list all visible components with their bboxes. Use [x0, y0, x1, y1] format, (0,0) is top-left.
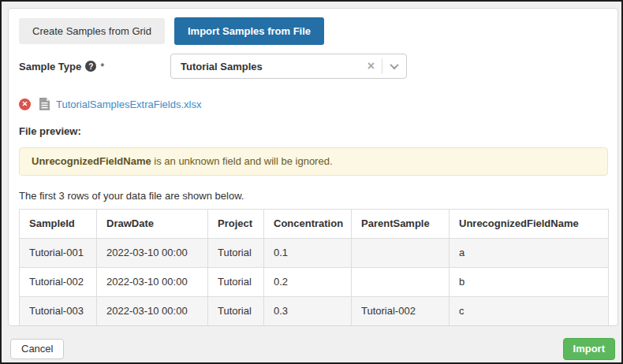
table-row: Tutorial-001 2022-03-10 00:00 Tutorial 0…: [20, 239, 609, 268]
import-samples-panel: Create Samples from Grid Import Samples …: [8, 8, 618, 326]
sample-type-row: Sample Type ? * Tutorial Samples ×: [19, 54, 607, 79]
table-cell: a: [450, 239, 609, 268]
help-icon[interactable]: ?: [85, 61, 96, 72]
cancel-button[interactable]: Cancel: [10, 339, 64, 359]
table-cell: Tutorial: [208, 268, 264, 297]
column-header: ParentSample: [352, 210, 450, 239]
table-cell: Tutorial-001: [20, 239, 97, 268]
clear-selection-icon[interactable]: ×: [360, 60, 382, 72]
table-cell: Tutorial: [208, 239, 264, 268]
file-preview-heading: File preview:: [19, 125, 607, 137]
uploaded-file-link[interactable]: TutorialSamplesExtraFields.xlsx: [56, 98, 201, 110]
warning-field-name: UnrecognizedFieldName: [32, 155, 151, 167]
column-header: UnrecognizedFieldName: [450, 210, 609, 239]
column-header: DrawDate: [97, 210, 208, 239]
chevron-down-icon: [390, 61, 398, 69]
warning-message: is an unknown field and will be ignored.: [151, 155, 333, 167]
column-header: Concentration: [264, 210, 352, 239]
sample-type-select[interactable]: Tutorial Samples ×: [170, 54, 407, 79]
table-row: Tutorial-003 2022-03-10 00:00 Tutorial 0…: [20, 297, 609, 326]
table-cell: [352, 239, 450, 268]
table-cell: 2022-03-10 00:00: [97, 239, 208, 268]
table-cell: 0.3: [264, 297, 352, 326]
sample-type-label: Sample Type ? *: [19, 61, 170, 72]
rows-shown-note: The first 3 rows of your data file are s…: [19, 190, 607, 202]
column-header: SampleId: [20, 210, 97, 239]
mode-tabs: Create Samples from Grid Import Samples …: [19, 17, 607, 45]
table-cell: Tutorial-002: [352, 297, 450, 326]
import-button[interactable]: Import: [563, 338, 615, 360]
table-cell: [352, 268, 450, 297]
sample-type-selected-value: Tutorial Samples: [171, 61, 360, 72]
table-cell: 0.1: [264, 239, 352, 268]
table-cell: Tutorial-003: [20, 297, 97, 326]
import-samples-window: Create Samples from Grid Import Samples …: [0, 0, 623, 364]
file-document-icon: [39, 98, 50, 110]
tab-import-samples-from-file[interactable]: Import Samples from File: [174, 17, 324, 45]
dropdown-toggle[interactable]: [382, 63, 406, 69]
attached-file-row: ✕ TutorialSamplesExtraFields.xlsx: [19, 97, 607, 111]
sample-type-label-text: Sample Type: [19, 61, 81, 72]
table-cell: 2022-03-10 00:00: [97, 268, 208, 297]
table-header-row: SampleId DrawDate Project Concentration …: [20, 210, 609, 239]
table-cell: Tutorial-002: [20, 268, 97, 297]
table-cell: c: [450, 297, 609, 326]
table-cell: 2022-03-10 00:00: [97, 297, 208, 326]
table-cell: 0.2: [264, 268, 352, 297]
tab-create-samples-from-grid[interactable]: Create Samples from Grid: [19, 18, 165, 44]
remove-file-icon[interactable]: ✕: [19, 98, 31, 110]
table-cell: b: [450, 268, 609, 297]
column-header: Project: [208, 210, 264, 239]
required-asterisk: *: [100, 61, 104, 72]
warning-alert: UnrecognizedFieldName is an unknown fiel…: [19, 147, 608, 176]
file-preview-table: SampleId DrawDate Project Concentration …: [19, 209, 609, 326]
table-row: Tutorial-002 2022-03-10 00:00 Tutorial 0…: [20, 268, 609, 297]
table-cell: Tutorial: [208, 297, 264, 326]
